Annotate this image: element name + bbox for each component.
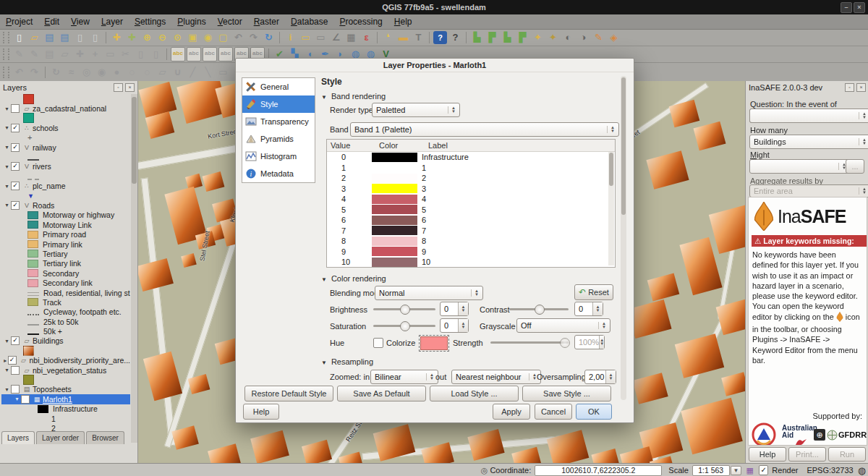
increase-contrast-icon[interactable]: ◐: [561, 31, 575, 44]
contrast-slider[interactable]: [509, 304, 569, 314]
zoom-to-layer-icon[interactable]: ▢: [216, 31, 230, 44]
palette-row[interactable]: 0Infrastructure: [327, 152, 615, 163]
label-highlight-icon[interactable]: abc: [203, 47, 217, 61]
color-rendering-section[interactable]: ▼Color rendering: [321, 274, 386, 283]
saturation-spinbox[interactable]: 0▲▼: [440, 318, 469, 333]
menu-edit[interactable]: Edit: [38, 15, 65, 28]
coordinate-field[interactable]: 1002610.7,6222305.2: [535, 465, 662, 476]
expand-arrow-icon[interactable]: ▾: [13, 396, 21, 402]
label-pin-icon[interactable]: abc: [187, 47, 201, 61]
delete-ring-icon[interactable]: ◌: [125, 66, 139, 79]
expand-arrow-icon[interactable]: ▾: [3, 106, 11, 112]
tab-layers[interactable]: Layers: [1, 431, 35, 444]
cancel-button[interactable]: Cancel: [535, 404, 572, 420]
redo-icon[interactable]: ↷: [27, 66, 41, 79]
layer-item-nbi-vegetation-status[interactable]: ▾▱nbi_vegetation_status: [1, 365, 130, 375]
brightness-spinbox[interactable]: 0▲▼: [440, 302, 469, 316]
new-bookmark-icon[interactable]: ▬: [396, 31, 410, 44]
save-project-as-icon[interactable]: ▤: [58, 31, 72, 44]
menu-help[interactable]: Help: [388, 15, 418, 28]
dialog-tab-style[interactable]: Style: [242, 95, 315, 113]
add-ring-icon[interactable]: ◎: [80, 66, 93, 79]
brightness-slider[interactable]: [373, 304, 435, 314]
zoom-next-icon[interactable]: ↷: [247, 31, 260, 44]
increase-brightness-icon[interactable]: ✦: [531, 31, 545, 44]
expand-arrow-icon[interactable]: ▾: [3, 163, 11, 170]
menu-view[interactable]: View: [65, 15, 95, 28]
tab-layer-order[interactable]: Layer order: [36, 431, 85, 444]
layer-item-za-cadastral-national[interactable]: ▾▱za_cadastral_national: [1, 103, 130, 113]
layer-checkbox[interactable]: [21, 395, 30, 404]
expand-arrow-icon[interactable]: ▾: [3, 144, 11, 150]
dialog-tab-general[interactable]: General: [242, 78, 315, 95]
expand-arrow-icon[interactable]: ▾: [3, 367, 11, 373]
zoom-last-icon[interactable]: ↶: [231, 31, 245, 44]
menu-vector[interactable]: Vector: [212, 15, 248, 28]
hazard-combo[interactable]: ▲▼: [749, 109, 868, 123]
palette-color-cell[interactable]: [372, 184, 417, 193]
palette-row[interactable]: 88: [327, 236, 615, 247]
menu-raster[interactable]: Raster: [248, 15, 285, 28]
restore-default-style-button[interactable]: Restore Default Style: [244, 386, 333, 401]
palette-color-cell[interactable]: [372, 258, 417, 267]
layer-checkbox[interactable]: ✓: [11, 336, 20, 345]
palette-color-cell[interactable]: [372, 163, 417, 172]
layer-checkbox[interactable]: ✓: [11, 182, 20, 190]
layer-item-rivers[interactable]: ▾✓Vrivers: [1, 162, 130, 171]
palette-color-cell[interactable]: [372, 205, 417, 214]
column-label[interactable]: Label: [425, 140, 615, 151]
render-checkbox[interactable]: ✓: [759, 465, 768, 475]
layer-item-roads[interactable]: ▾✓VRoads: [1, 200, 130, 210]
palette-label[interactable]: 3: [417, 184, 426, 193]
move-feature-icon[interactable]: ✚: [73, 48, 87, 61]
extents-icon[interactable]: ▦: [746, 466, 753, 475]
strength-spinbox[interactable]: 100%▲▼: [574, 335, 605, 349]
layer-checkbox[interactable]: ✓: [11, 124, 20, 132]
simplify-feature-icon[interactable]: ≈: [64, 66, 78, 79]
add-feature-icon[interactable]: ▱: [58, 48, 72, 61]
palette-label[interactable]: 9: [417, 247, 426, 256]
layer-item-nbi-biodiversity-priority-are-[interactable]: ▸✓▱nbi_biodiversity_priority_are...: [1, 356, 130, 365]
rotate-feature-icon[interactable]: ↻: [49, 66, 63, 79]
copy-features-icon[interactable]: ▯: [134, 48, 148, 61]
text-annotation-icon[interactable]: T: [412, 31, 425, 44]
panel-float-icon[interactable]: ▫: [114, 83, 123, 92]
map-tips-icon[interactable]: ❛: [381, 31, 395, 44]
palette-color-cell[interactable]: [372, 174, 417, 183]
palette-row[interactable]: 44: [327, 194, 615, 205]
help-contents-icon[interactable]: ?: [433, 31, 447, 44]
band-combo[interactable]: Band 1 (Palette)▲▼: [350, 122, 619, 137]
menu-processing[interactable]: Processing: [333, 15, 388, 28]
menu-project[interactable]: Project: [0, 15, 38, 28]
select-features-icon[interactable]: ▭: [299, 31, 312, 44]
merge-features-icon[interactable]: ▭: [216, 66, 230, 79]
dialog-tab-metadata[interactable]: iMetadata: [242, 165, 315, 182]
expand-arrow-icon[interactable]: ▾: [3, 338, 11, 344]
decrease-contrast-icon[interactable]: ◑: [576, 31, 590, 44]
layer-checkbox[interactable]: [11, 104, 20, 113]
save-style-button[interactable]: Save Style ...: [522, 386, 611, 401]
palette-label[interactable]: 7: [417, 226, 426, 235]
saturation-slider[interactable]: [373, 320, 435, 331]
save-project-icon[interactable]: ▤: [43, 31, 56, 44]
layer-checkbox[interactable]: [11, 385, 20, 394]
scale-combo[interactable]: 1:1 563: [692, 465, 730, 476]
palette-color-cell[interactable]: [372, 195, 417, 204]
menu-settings[interactable]: Settings: [129, 15, 171, 28]
local-histogram-stretch-icon[interactable]: ▙: [470, 31, 484, 44]
inasafe-dock-icon[interactable]: ◈: [607, 31, 621, 44]
new-print-composer-icon[interactable]: ▯: [73, 31, 87, 44]
delete-part-icon[interactable]: ◌: [140, 66, 154, 79]
map-refresh-icon[interactable]: ↻: [262, 31, 276, 44]
panel-close-icon[interactable]: ×: [125, 83, 135, 92]
colorize-checkbox[interactable]: [373, 338, 383, 348]
dialog-tab-transparency[interactable]: Transparency: [242, 113, 315, 130]
pan-to-selection-icon[interactable]: ✚: [125, 31, 139, 44]
tab-browser[interactable]: Browser: [86, 431, 124, 444]
toolbar-grip-icon[interactable]: [3, 67, 9, 78]
expand-arrow-icon[interactable]: ▾: [3, 386, 11, 393]
inasafe-keyword-editor-icon[interactable]: ✎: [592, 31, 605, 44]
layer-tree-scrollbar[interactable]: [131, 94, 137, 443]
dialog-tab-pyramids[interactable]: Pyramids: [242, 130, 315, 148]
reset-button[interactable]: ↶Reset: [574, 284, 613, 300]
